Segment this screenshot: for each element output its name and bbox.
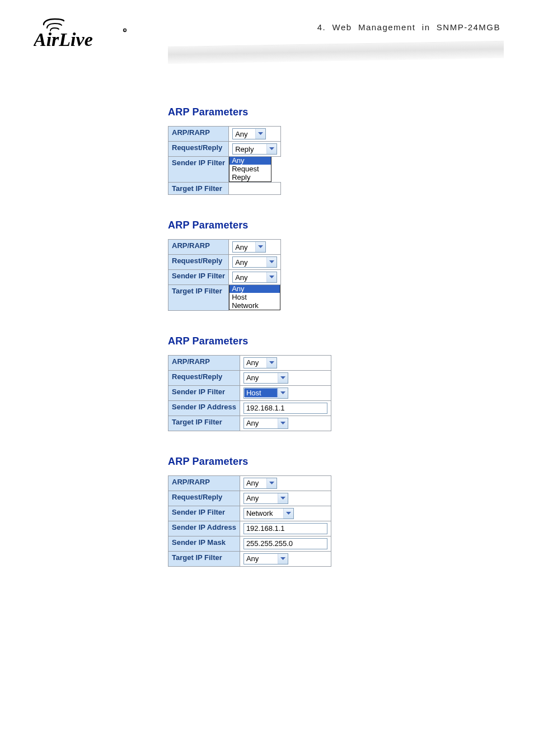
dropdown-value: Any (244, 493, 278, 503)
param-row: ARP/RARPAny (168, 240, 281, 255)
param-row: Target IP Filter (168, 183, 281, 195)
section-title: ARP Parameters (168, 335, 500, 347)
chevron-down-icon (255, 129, 265, 139)
dropdown-select[interactable]: Any (232, 241, 266, 253)
chevron-down-icon (255, 242, 265, 252)
param-label: ARP/RARP (168, 475, 240, 491)
dropdown-select[interactable]: Reply (232, 143, 277, 155)
svg-marker-5 (258, 245, 263, 248)
dropdown-value: Any (233, 242, 255, 252)
param-row: ARP/RARPAny (168, 355, 331, 370)
svg-marker-10 (280, 391, 285, 394)
text-input[interactable]: 255.255.255.0 (243, 538, 327, 549)
chevron-down-icon (266, 358, 277, 368)
param-value-cell: Any (229, 270, 281, 285)
dropdown-value: Any (233, 129, 255, 139)
svg-marker-12 (269, 482, 274, 484)
param-value-cell: Any (240, 416, 331, 431)
svg-marker-7 (269, 276, 274, 278)
section-title: ARP Parameters (168, 220, 500, 231)
svg-text:AirLive: AirLive (34, 29, 93, 50)
chevron-down-icon (266, 478, 277, 488)
param-value-cell: AnyHostNetwork (229, 285, 281, 311)
param-value-cell: Any (240, 551, 331, 566)
dropdown-value: Any (244, 373, 278, 382)
svg-marker-4 (269, 147, 274, 150)
param-label: ARP/RARP (168, 355, 240, 370)
dropdown-select[interactable]: Any (243, 553, 288, 564)
param-row: Sender IP Mask255.255.255.0 (168, 536, 331, 551)
param-row: Sender IP FilterAnyRequestReply (168, 157, 281, 183)
chevron-down-icon (278, 388, 288, 398)
param-value-cell: Reply (229, 142, 281, 157)
param-label: Sender IP Filter (168, 506, 240, 521)
section-title: ARP Parameters (168, 106, 500, 118)
dropdown-select[interactable]: Any (243, 357, 277, 368)
text-input[interactable]: 192.168.1.1 (243, 403, 327, 414)
param-label: Sender IP Filter (168, 270, 229, 285)
chevron-down-icon (278, 373, 288, 383)
svg-marker-8 (269, 361, 274, 364)
dropdown-select[interactable]: Any (243, 372, 288, 384)
param-row: Target IP FilterAnyHostNetwork (168, 285, 281, 311)
dropdown-select[interactable]: Host (243, 388, 288, 399)
arp-parameters-table: ARP/RARPAnyRequest/ReplyReplySender IP F… (168, 126, 281, 195)
param-label: Request/Reply (168, 491, 240, 506)
param-value-cell: Any (240, 355, 331, 370)
dropdown-select[interactable]: Any (232, 128, 266, 139)
param-value-cell: Any (229, 240, 281, 255)
param-value-cell: Host (240, 385, 331, 400)
param-row: Sender IP FilterHost (168, 385, 331, 400)
svg-marker-14 (286, 512, 291, 515)
param-row: Sender IP Address192.168.1.1 (168, 400, 331, 416)
param-row: Target IP FilterAny (168, 551, 331, 566)
svg-marker-13 (280, 497, 285, 500)
param-label: ARP/RARP (168, 127, 229, 142)
chevron-down-icon (266, 272, 277, 282)
svg-marker-6 (269, 260, 274, 263)
dropdown-listbox[interactable]: AnyHostNetwork (229, 284, 280, 310)
dropdown-select[interactable]: Any (243, 418, 288, 429)
dropdown-listbox[interactable]: AnyRequestReply (229, 156, 271, 182)
param-label: Target IP Filter (168, 551, 240, 566)
svg-marker-3 (258, 132, 263, 135)
dropdown-select[interactable]: Any (243, 493, 288, 504)
dropdown-value: Any (244, 478, 266, 488)
dropdown-option[interactable]: Reply (229, 173, 271, 181)
text-input[interactable]: 192.168.1.1 (243, 523, 327, 534)
arp-parameters-table: ARP/RARPAnyRequest/ReplyAnySender IP Fil… (168, 355, 331, 431)
dropdown-value: Any (244, 358, 266, 367)
dropdown-value: Any (233, 273, 266, 282)
section-title: ARP Parameters (168, 456, 500, 468)
param-label: Sender IP Filter (168, 157, 229, 183)
param-value-cell: Any (240, 491, 331, 506)
param-row: Request/ReplyAny (168, 370, 331, 385)
svg-marker-11 (280, 422, 285, 424)
brand-logo: AirLive R (34, 17, 151, 52)
dropdown-value: Any (244, 554, 278, 563)
chevron-down-icon (283, 508, 293, 519)
dropdown-option[interactable]: Any (229, 156, 271, 165)
dropdown-option[interactable]: Network (229, 301, 280, 310)
param-row: Request/ReplyAny (168, 491, 331, 506)
dropdown-option[interactable]: Request (229, 165, 271, 173)
param-label: Sender IP Filter (168, 385, 240, 400)
chevron-down-icon (278, 554, 288, 564)
dropdown-value: Any (233, 258, 266, 267)
header-divider (168, 41, 504, 64)
param-value-cell: Any (229, 127, 281, 142)
dropdown-select[interactable]: Any (232, 272, 277, 283)
param-value-cell: 192.168.1.1 (240, 400, 331, 416)
param-value-cell: Any (240, 475, 331, 491)
dropdown-option[interactable]: Host (229, 293, 280, 301)
param-value-cell: Any (240, 370, 331, 385)
param-value-cell: Network (240, 506, 331, 521)
dropdown-select[interactable]: Any (232, 256, 277, 268)
param-row: Request/ReplyReply (168, 142, 281, 157)
param-row: ARP/RARPAny (168, 475, 331, 491)
param-label: Target IP Filter (168, 183, 229, 195)
dropdown-option[interactable]: Any (229, 284, 280, 293)
dropdown-select[interactable]: Any (243, 478, 277, 489)
dropdown-select[interactable]: Network (243, 508, 294, 519)
svg-marker-15 (280, 557, 285, 560)
